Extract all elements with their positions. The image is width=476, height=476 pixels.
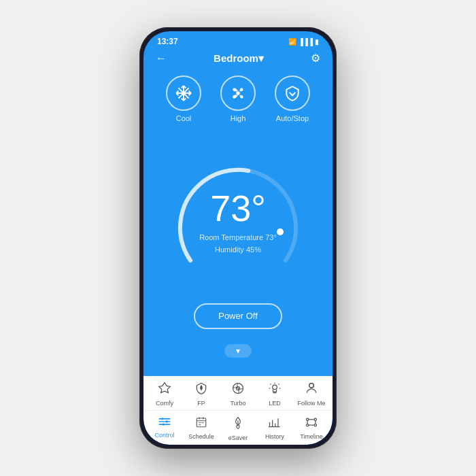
status-icons: 📶 ▐▐▐ ▮	[288, 38, 319, 46]
nav-comfy[interactable]: Comfy	[150, 381, 180, 407]
fan-icon	[229, 84, 247, 102]
dial-content: 73° Room Temperature 73° Humidity 45%	[199, 190, 277, 256]
svg-point-47	[314, 424, 316, 426]
nav-turbo[interactable]: Turbo	[223, 381, 253, 407]
schedule-label: Schedule	[188, 433, 214, 440]
nav-timeline[interactable]: Timeline	[296, 416, 326, 441]
svg-point-17	[273, 385, 277, 390]
cool-icon-circle	[166, 75, 201, 111]
battery-icon: ▮	[315, 38, 319, 46]
nav-schedule[interactable]: Schedule	[186, 416, 216, 441]
temp-info: Room Temperature 73° Humidity 45%	[199, 232, 277, 256]
timeline-label: Timeline	[300, 433, 323, 440]
esaver-icon	[232, 416, 244, 433]
autostop-icon	[284, 84, 301, 102]
led-icon	[268, 381, 282, 398]
auto-stop-label: Auto/Stop	[276, 114, 309, 122]
led-label: LED	[269, 400, 281, 407]
esaver-label: eSaver	[228, 435, 248, 441]
back-button[interactable]: ←	[156, 52, 167, 65]
follow-me-icon	[305, 381, 318, 398]
fp-label: FP	[197, 400, 205, 407]
follow-me-label: Follow Me	[297, 400, 325, 407]
nav-history[interactable]: History	[260, 416, 290, 441]
comfy-label: Comfy	[156, 400, 173, 407]
svg-point-4	[182, 92, 185, 95]
bottom-navigation: Comfy FP	[143, 376, 333, 445]
fp-icon	[194, 381, 208, 398]
mode-cool[interactable]: Cool	[166, 75, 201, 122]
high-icon-circle	[220, 75, 256, 111]
mode-auto-stop[interactable]: Auto/Stop	[275, 75, 310, 122]
phone-screen: 13:37 📶 ▐▐▐ ▮ ← Bedroom▾ ⚙	[143, 31, 333, 445]
status-bar: 13:37 📶 ▐▐▐ ▮	[143, 31, 333, 49]
snowflake-icon	[175, 84, 192, 102]
svg-line-20	[278, 384, 279, 384]
dial-area: 73° Room Temperature 73° Humidity 45% Po…	[143, 132, 333, 376]
wifi-icon: 📶	[288, 38, 296, 46]
nav-esaver[interactable]: eSaver	[223, 416, 253, 441]
schedule-icon	[195, 416, 207, 432]
chevron-down-icon: ▾	[236, 346, 240, 356]
header: ← Bedroom▾ ⚙	[143, 49, 333, 71]
nav-fp[interactable]: FP	[186, 381, 216, 407]
control-label: Control	[154, 432, 174, 439]
svg-rect-32	[197, 418, 206, 427]
svg-point-31	[163, 424, 165, 426]
power-off-button[interactable]: Power Off	[194, 303, 282, 329]
svg-point-45	[314, 418, 316, 420]
history-label: History	[265, 433, 284, 440]
temperature-value: 73°	[210, 190, 266, 226]
nav-row-top: Comfy FP	[143, 376, 333, 410]
svg-point-14	[277, 228, 284, 235]
control-icon	[158, 416, 171, 430]
page-title: Bedroom▾	[214, 52, 264, 65]
expand-chevron[interactable]: ▾	[224, 344, 252, 358]
auto-stop-icon-circle	[275, 75, 310, 111]
high-label: High	[231, 114, 246, 122]
svg-line-19	[270, 384, 271, 384]
phone-frame: 13:37 📶 ▐▐▐ ▮ ← Bedroom▾ ⚙	[139, 27, 337, 449]
nav-led[interactable]: LED	[260, 381, 290, 407]
room-temp-text: Room Temperature 73°	[199, 232, 277, 244]
nav-row-bottom: Control Schedule	[143, 410, 333, 445]
mode-row: Cool High	[143, 71, 333, 132]
timeline-icon	[305, 416, 318, 432]
turbo-icon	[231, 381, 245, 398]
svg-point-25	[309, 384, 314, 388]
mode-high[interactable]: High	[220, 75, 256, 122]
chevron-area: ▾	[224, 341, 252, 360]
svg-point-13	[236, 91, 239, 95]
humidity-text: Humidity 45%	[199, 244, 277, 256]
history-icon	[268, 416, 282, 432]
svg-point-46	[307, 424, 309, 426]
svg-point-44	[307, 418, 309, 420]
status-time: 13:37	[157, 37, 178, 46]
temperature-dial[interactable]: 73° Room Temperature 73° Humidity 45%	[170, 155, 306, 291]
turbo-label: Turbo	[230, 400, 245, 407]
svg-point-27	[161, 418, 163, 420]
comfy-icon	[158, 381, 171, 398]
nav-control[interactable]: Control	[150, 416, 180, 441]
svg-point-29	[166, 420, 168, 422]
signal-icon: ▐▐▐	[299, 38, 313, 46]
settings-gear-icon[interactable]: ⚙	[311, 52, 320, 65]
nav-follow-me[interactable]: Follow Me	[296, 381, 326, 407]
cool-label: Cool	[176, 114, 192, 122]
